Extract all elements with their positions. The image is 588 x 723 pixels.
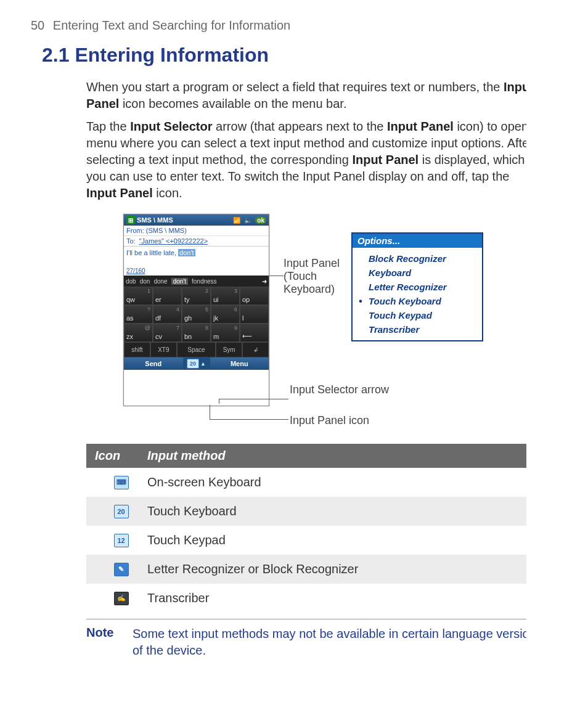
th-method: Input method: [147, 449, 226, 463]
key[interactable]: df4: [153, 305, 182, 324]
option-item[interactable]: Touch Keypad: [353, 308, 482, 322]
table-row: ✎ Letter Recognizer or Block Recognizer: [86, 555, 526, 584]
callout-line: [268, 276, 284, 276]
note-text: Some text input methods may not be avail…: [133, 626, 526, 659]
to-row: To: "James" <+09222222>: [124, 236, 269, 247]
options-header[interactable]: Options...: [353, 234, 482, 248]
option-item[interactable]: Transcriber: [353, 322, 482, 337]
menu-menu[interactable]: Menu: [210, 357, 269, 370]
row-label: Touch Keyboard: [147, 504, 237, 518]
key[interactable]: qw1: [124, 287, 153, 305]
note: Note Some text input methods may not be …: [86, 626, 526, 659]
th-icon: Icon: [95, 449, 147, 463]
key[interactable]: zx@: [124, 324, 153, 342]
suggest-arrow-icon[interactable]: ➜: [262, 278, 267, 285]
callout-selector-arrow: Input Selector arrow: [290, 383, 389, 396]
message-body[interactable]: I'll be a little late, don't: [124, 247, 269, 268]
table-row: ⌨ On-screen Keyboard: [86, 468, 526, 497]
soft-menu: Send 20 ▲ Menu: [124, 357, 269, 370]
table-row: 20 Touch Keyboard: [86, 497, 526, 526]
kbd-row-4: shift XT9 Space Sym ↲: [124, 342, 269, 357]
callout-line: [219, 399, 219, 404]
touch-keyboard[interactable]: qw1 er ty2 ui3 op as? df4 gh5 jk6 l zx@ …: [124, 287, 269, 357]
touch-keypad-icon: 12: [114, 534, 129, 547]
signal-icon: 📶: [233, 217, 240, 224]
key[interactable]: er: [153, 287, 182, 305]
key[interactable]: bn8: [182, 324, 211, 342]
from-row: From: (SMS \ MMS): [124, 226, 269, 236]
transcriber-icon: ✍: [114, 592, 129, 605]
key-enter[interactable]: ↲: [242, 342, 269, 357]
key-sym[interactable]: Sym: [216, 342, 242, 357]
table-row: 12 Touch Keypad: [86, 526, 526, 555]
figure: ⊞ SMS \ MMS 📶 🔈 ok From: (SMS \ MMS) To:…: [99, 214, 526, 433]
phone-title: SMS \ MMS: [137, 216, 173, 224]
callout-line: [219, 399, 288, 399]
status-icons: 📶 🔈 ok: [231, 216, 266, 224]
paragraph-2: Tap the Input Selector arrow (that appea…: [86, 118, 526, 202]
input-panel-icon[interactable]: 20 ▲: [183, 357, 210, 370]
option-item-selected[interactable]: Touch Keyboard: [353, 294, 482, 308]
key[interactable]: op: [240, 287, 269, 305]
key-xt9[interactable]: XT9: [150, 342, 177, 357]
key[interactable]: cv7: [153, 324, 182, 342]
key-space[interactable]: Space: [177, 342, 216, 357]
key[interactable]: ui3: [211, 287, 240, 305]
table-row: ✍ Transcriber: [86, 584, 526, 613]
page-number: 50: [31, 18, 44, 32]
volume-icon: 🔈: [244, 217, 251, 224]
phone-title-bar: ⊞ SMS \ MMS 📶 🔈 ok: [124, 214, 269, 226]
paragraph-1: When you start a program or select a fie…: [86, 79, 526, 112]
key[interactable]: m9: [211, 324, 240, 342]
key-shift[interactable]: shift: [124, 342, 150, 357]
row-label: On-screen Keyboard: [147, 475, 261, 489]
touch-keyboard-icon: 20: [114, 505, 129, 518]
chapter-title: Entering Text and Searching for Informat…: [53, 18, 290, 32]
key[interactable]: as?: [124, 305, 153, 324]
kbd-row-1: qw1 er ty2 ui3 op: [124, 287, 269, 305]
menu-send[interactable]: Send: [124, 357, 183, 370]
callout-panel-icon: Input Panel icon: [290, 414, 369, 427]
windows-icon: ⊞: [126, 216, 135, 224]
option-item[interactable]: Block Recognizer: [353, 251, 482, 266]
key[interactable]: gh5: [182, 305, 211, 324]
onscreen-keyboard-icon: ⌨: [114, 476, 129, 489]
table-header: Icon Input method: [86, 444, 526, 468]
options-menu[interactable]: Options... Block Recognizer Keyboard Let…: [351, 232, 483, 341]
option-item[interactable]: Letter Recognizer: [353, 280, 482, 294]
char-count: 27/160: [124, 268, 269, 276]
row-label: Letter Recognizer or Block Recognizer: [147, 562, 358, 576]
callout-line: [210, 405, 210, 419]
separator: [86, 619, 526, 619]
key[interactable]: l: [240, 305, 269, 324]
ok-button[interactable]: ok: [255, 217, 266, 224]
key-backspace[interactable]: ⟵: [240, 324, 269, 342]
phone-screenshot: ⊞ SMS \ MMS 📶 🔈 ok From: (SMS \ MMS) To:…: [123, 214, 269, 406]
suggestion-bar[interactable]: dob don done don't fondness ➜: [124, 276, 269, 287]
input-method-table: Icon Input method ⌨ On-screen Keyboard 2…: [86, 444, 526, 613]
kbd-row-2: as? df4 gh5 jk6 l: [124, 305, 269, 324]
note-label: Note: [86, 626, 120, 659]
section-heading: 2.1 Entering Information: [42, 44, 496, 67]
row-label: Transcriber: [147, 591, 209, 605]
key[interactable]: ty2: [182, 287, 211, 305]
callout-input-panel: Input Panel (Touch Keyboard): [284, 257, 357, 296]
row-label: Touch Keypad: [147, 533, 226, 547]
callout-line: [210, 419, 288, 420]
key[interactable]: jk6: [211, 305, 240, 324]
option-item[interactable]: Keyboard: [353, 266, 482, 280]
recognizer-icon: ✎: [114, 563, 129, 576]
input-selector-arrow-icon[interactable]: ▲: [200, 361, 206, 367]
kbd-row-3: zx@ cv7 bn8 m9 ⟵: [124, 324, 269, 342]
options-list: Block Recognizer Keyboard Letter Recogni…: [353, 251, 482, 337]
page-header: 50 Entering Text and Searching for Infor…: [31, 18, 496, 33]
